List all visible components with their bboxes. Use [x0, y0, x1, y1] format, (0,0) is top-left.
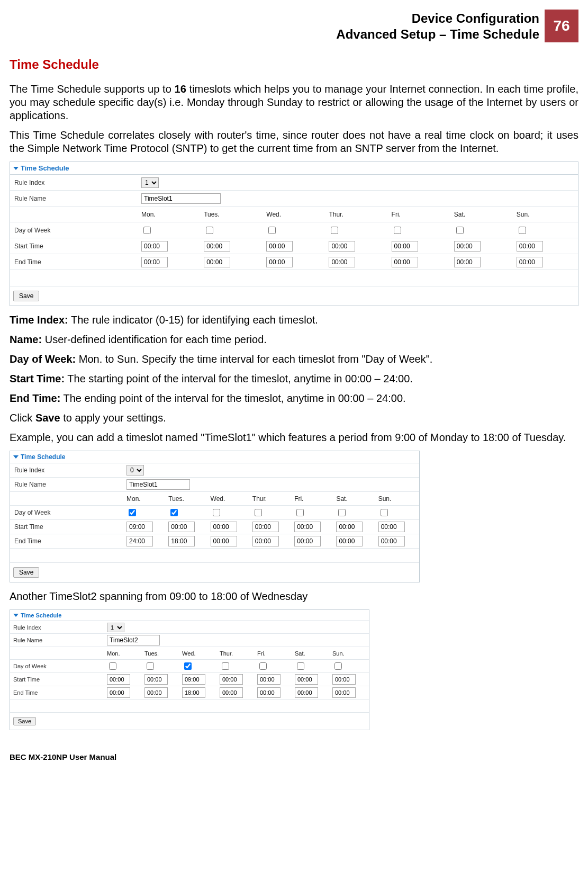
start-time-input[interactable]	[107, 674, 130, 685]
start-time-input[interactable]	[168, 522, 195, 532]
end-time-input[interactable]	[336, 536, 363, 546]
day-checkbox-sat[interactable]	[297, 662, 304, 670]
day-header: Wed.	[265, 211, 328, 218]
day-checkbox-mon[interactable]	[129, 509, 136, 516]
day-checkbox-fri[interactable]	[394, 227, 401, 234]
collapse-arrow-icon[interactable]	[13, 455, 19, 459]
day-checkbox-thu[interactable]	[222, 662, 229, 670]
panel-title: Time Schedule	[21, 164, 69, 172]
start-time-input[interactable]	[517, 241, 543, 252]
rule-name-input[interactable]	[126, 479, 190, 490]
section-title: Time Schedule	[10, 57, 578, 72]
start-time-input[interactable]	[266, 241, 293, 252]
end-time-input[interactable]	[332, 687, 356, 698]
start-time-input[interactable]	[336, 522, 363, 532]
start-time-input[interactable]	[252, 522, 279, 532]
click-save-text: Click Save to apply your settings.	[10, 411, 578, 425]
rule-index-select[interactable]: 1	[107, 623, 124, 632]
def-day-of-week: Day of Week: Mon. to Sun. Specify the ti…	[10, 353, 578, 366]
end-time-input[interactable]	[168, 536, 195, 546]
intro-para-2: This Time Schedule correlates closely wi…	[10, 129, 578, 155]
day-checkbox-thu[interactable]	[331, 227, 338, 234]
rule-index-label: Rule Index	[14, 179, 140, 186]
end-time-input[interactable]	[257, 687, 281, 698]
save-button[interactable]: Save	[13, 717, 36, 725]
day-checkbox-tue[interactable]	[206, 227, 213, 234]
end-time-input[interactable]	[220, 687, 243, 698]
start-time-input[interactable]	[454, 241, 481, 252]
day-header: Sat.	[453, 211, 515, 218]
start-time-input[interactable]	[204, 241, 230, 252]
end-time-input[interactable]	[454, 257, 481, 267]
end-time-input[interactable]	[252, 536, 279, 546]
start-time-input[interactable]	[294, 522, 321, 532]
start-time-input[interactable]	[126, 522, 153, 532]
start-time-input[interactable]	[329, 241, 355, 252]
end-time-input[interactable]	[392, 257, 418, 267]
intro-para-1: The Time Schedule supports up to 16 time…	[10, 83, 578, 122]
save-button[interactable]: Save	[13, 291, 39, 301]
start-time-input[interactable]	[392, 241, 418, 252]
end-time-input[interactable]	[107, 687, 130, 698]
page-number-box: 76	[545, 10, 578, 42]
day-checkbox-sat[interactable]	[338, 509, 346, 516]
another-text: Another TimeSlot2 spanning from 09:00 to…	[10, 590, 578, 603]
end-time-input[interactable]	[211, 536, 237, 546]
day-checkbox-thu[interactable]	[255, 509, 262, 516]
header-line1: Device Configuration	[336, 11, 539, 26]
end-time-input[interactable]	[378, 536, 405, 546]
day-checkbox-sun[interactable]	[519, 227, 526, 234]
end-time-input[interactable]	[204, 257, 230, 267]
end-time-input[interactable]	[294, 536, 321, 546]
end-time-input[interactable]	[329, 257, 355, 267]
end-time-label: End Time	[14, 258, 140, 266]
day-checkbox-mon[interactable]	[109, 662, 116, 670]
end-time-input[interactable]	[295, 687, 318, 698]
start-time-input[interactable]	[378, 522, 405, 532]
start-time-input[interactable]	[144, 674, 168, 685]
end-time-input[interactable]	[141, 257, 168, 267]
rule-name-input[interactable]	[107, 635, 160, 645]
day-checkbox-tue[interactable]	[170, 509, 178, 516]
start-time-input[interactable]	[182, 674, 205, 685]
rule-name-input[interactable]	[141, 193, 221, 204]
panel-title: Time Schedule	[21, 612, 61, 618]
start-time-label: Start Time	[14, 243, 140, 250]
example-text: Example, you can add a timeslot named "T…	[10, 431, 578, 444]
start-time-input[interactable]	[257, 674, 281, 685]
day-checkbox-wed[interactable]	[213, 509, 220, 516]
day-header-row: Mon. Tues. Wed. Thur. Fri. Sat. Sun.	[140, 211, 578, 218]
end-time-input[interactable]	[266, 257, 293, 267]
day-checkbox-sun[interactable]	[381, 509, 388, 516]
collapse-arrow-icon[interactable]	[13, 167, 19, 170]
start-time-input[interactable]	[332, 674, 356, 685]
def-end-time: End Time: The ending point of the interv…	[10, 392, 578, 405]
day-checkbox-tue[interactable]	[147, 662, 154, 670]
end-time-input[interactable]	[517, 257, 543, 267]
day-header: Thur.	[328, 211, 390, 218]
day-checkbox-fri[interactable]	[296, 509, 304, 516]
day-checkbox-sat[interactable]	[456, 227, 464, 234]
page-header: Device Configuration Advanced Setup – Ti…	[10, 10, 578, 42]
day-header: Mon.	[140, 211, 203, 218]
day-checkbox-wed[interactable]	[184, 662, 192, 670]
start-time-input[interactable]	[295, 674, 318, 685]
start-time-input[interactable]	[141, 241, 168, 252]
footer-text: BEC MX-210NP User Manual	[0, 738, 588, 768]
collapse-arrow-icon[interactable]	[13, 614, 19, 617]
rule-index-select[interactable]: 1	[141, 177, 159, 188]
day-checkbox-sun[interactable]	[334, 662, 342, 670]
day-checkbox-fri[interactable]	[259, 662, 267, 670]
start-time-input[interactable]	[220, 674, 243, 685]
def-name: Name: User-defined identification for ea…	[10, 333, 578, 346]
rule-index-select[interactable]: 0	[126, 465, 144, 476]
time-schedule-panel-1: Time Schedule Rule Index 1 Rule Name Mon…	[10, 162, 578, 306]
save-button[interactable]: Save	[13, 567, 39, 578]
end-time-input[interactable]	[144, 687, 168, 698]
day-checkbox-mon[interactable]	[143, 227, 151, 234]
start-time-input[interactable]	[211, 522, 237, 532]
end-time-input[interactable]	[182, 687, 205, 698]
end-time-input[interactable]	[126, 536, 153, 546]
time-schedule-panel-2: Time Schedule Rule Index 0 Rule Name Mon…	[10, 451, 420, 582]
day-checkbox-wed[interactable]	[268, 227, 276, 234]
